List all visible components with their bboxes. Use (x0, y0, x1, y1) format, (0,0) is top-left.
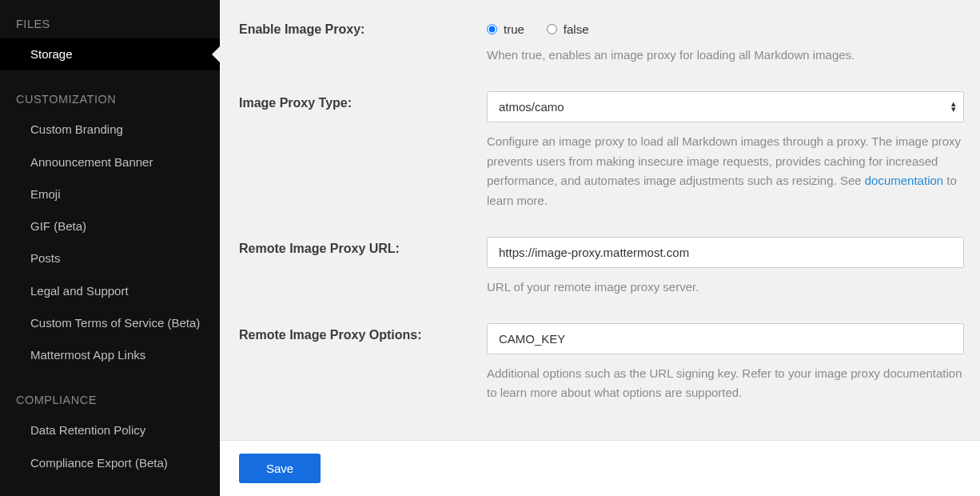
footer: Save (220, 440, 980, 496)
sidebar-item-storage[interactable]: Storage (0, 38, 220, 70)
sidebar-item-label: Mattermost App Links (30, 348, 145, 362)
link-documentation[interactable]: documentation (865, 174, 943, 187)
row-remote-image-proxy-url: Remote Image Proxy URL: URL of your remo… (239, 237, 964, 298)
save-button[interactable]: Save (239, 454, 321, 483)
select-wrap-proxy-type: atmos/camo ▴▾ (487, 91, 964, 122)
input-remote-image-proxy-url[interactable] (487, 237, 964, 268)
select-image-proxy-type[interactable]: atmos/camo (487, 91, 964, 122)
radio-false[interactable] (547, 24, 557, 34)
control-remote-image-proxy-url: URL of your remote image proxy server. (487, 237, 964, 298)
sidebar-section-compliance: COMPLIANCE Data Retention Policy Complia… (0, 390, 220, 479)
sidebar-item-custom-branding[interactable]: Custom Branding (0, 114, 220, 146)
sidebar: FILES Storage CUSTOMIZATION Custom Brand… (0, 0, 220, 496)
input-remote-image-proxy-options[interactable] (487, 323, 964, 354)
row-remote-image-proxy-options: Remote Image Proxy Options: Additional o… (239, 323, 964, 404)
sidebar-item-label: Data Retention Policy (30, 423, 145, 437)
sidebar-item-label: Compliance Export (Beta) (30, 456, 168, 470)
sidebar-item-label: Custom Terms of Service (Beta) (30, 316, 200, 330)
sidebar-item-custom-tos[interactable]: Custom Terms of Service (Beta) (0, 307, 220, 339)
sidebar-item-legal-support[interactable]: Legal and Support (0, 275, 220, 307)
sidebar-section-header: FILES (0, 14, 220, 38)
sidebar-item-emoji[interactable]: Emoji (0, 178, 220, 210)
sidebar-section-customization: CUSTOMIZATION Custom Branding Announceme… (0, 90, 220, 371)
sidebar-section-files: FILES Storage (0, 14, 220, 70)
help-remote-image-proxy-url: URL of your remote image proxy server. (487, 278, 964, 298)
sidebar-item-data-retention[interactable]: Data Retention Policy (0, 414, 220, 446)
sidebar-item-label: GIF (Beta) (30, 219, 86, 233)
sidebar-item-label: Emoji (30, 187, 61, 201)
row-enable-image-proxy: Enable Image Proxy: true false When true… (239, 18, 964, 66)
label-image-proxy-type: Image Proxy Type: (239, 91, 487, 211)
control-image-proxy-type: atmos/camo ▴▾ Configure an image proxy t… (487, 91, 964, 211)
help-remote-image-proxy-options: Additional options such as the URL signi… (487, 364, 964, 404)
help-image-proxy-type: Configure an image proxy to load all Mar… (487, 132, 964, 211)
control-enable-image-proxy: true false When true, enables an image p… (487, 18, 964, 66)
sidebar-item-mattermost-app-links[interactable]: Mattermost App Links (0, 339, 220, 371)
sidebar-item-announcement-banner[interactable]: Announcement Banner (0, 146, 220, 178)
sidebar-item-compliance-export[interactable]: Compliance Export (Beta) (0, 447, 220, 479)
radio-option-true[interactable]: true (487, 22, 524, 36)
label-remote-image-proxy-url: Remote Image Proxy URL: (239, 237, 487, 298)
sidebar-item-label: Announcement Banner (30, 155, 153, 169)
sidebar-item-label: Custom Branding (30, 122, 123, 136)
sidebar-section-header: CUSTOMIZATION (0, 90, 220, 114)
sidebar-item-gif[interactable]: GIF (Beta) (0, 210, 220, 242)
label-remote-image-proxy-options: Remote Image Proxy Options: (239, 323, 487, 404)
sidebar-item-label: Legal and Support (30, 284, 129, 298)
radio-true-label: true (504, 22, 524, 36)
form-area: Enable Image Proxy: true false When true… (220, 0, 980, 440)
sidebar-item-posts[interactable]: Posts (0, 242, 220, 274)
sidebar-item-label: Posts (30, 251, 61, 265)
label-enable-image-proxy: Enable Image Proxy: (239, 18, 487, 66)
radio-false-label: false (564, 22, 589, 36)
radio-option-false[interactable]: false (547, 22, 589, 36)
row-image-proxy-type: Image Proxy Type: atmos/camo ▴▾ Configur… (239, 91, 964, 211)
control-remote-image-proxy-options: Additional options such as the URL signi… (487, 323, 964, 404)
help-enable-proxy: When true, enables an image proxy for lo… (487, 46, 964, 66)
main-content: Enable Image Proxy: true false When true… (220, 0, 980, 496)
sidebar-section-header: COMPLIANCE (0, 390, 220, 414)
sidebar-item-label: Storage (30, 47, 73, 61)
radio-true[interactable] (487, 24, 497, 34)
radio-group-enable-proxy: true false (487, 18, 964, 36)
